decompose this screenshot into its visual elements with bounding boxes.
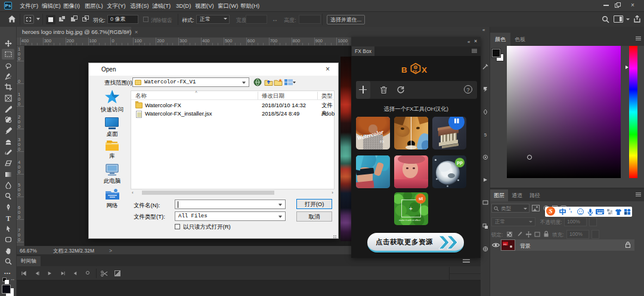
svg-text:X: X — [422, 66, 427, 74]
svg-text:T: T — [6, 214, 11, 222]
svg-text:5: 5 — [484, 132, 487, 138]
svg-text:FX: FX — [413, 70, 417, 73]
svg-text:A: A — [611, 212, 612, 215]
svg-text:B: B — [401, 66, 407, 74]
